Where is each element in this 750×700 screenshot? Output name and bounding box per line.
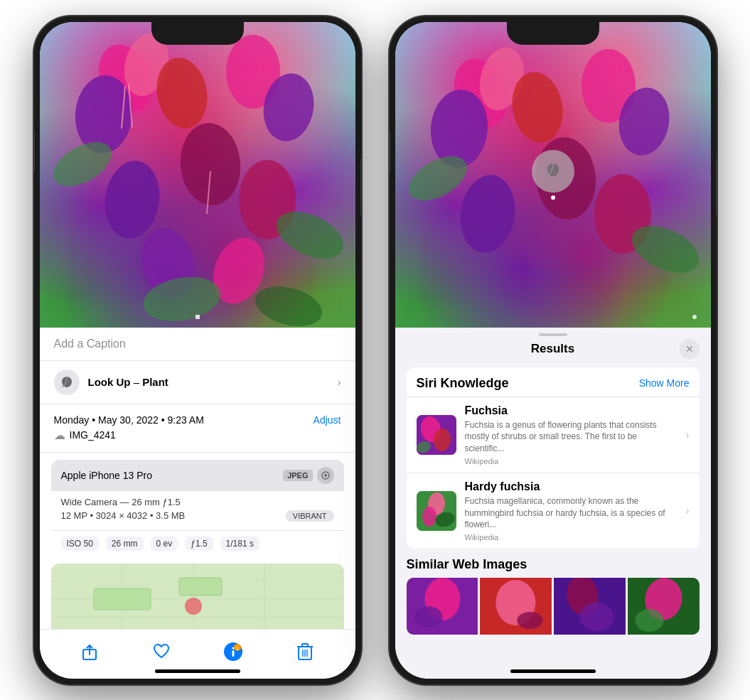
knowledge-desc-fuchsia: Fuchsia is a genus of flowering plants t… (465, 419, 677, 455)
meta-section: Monday • May 30, 2022 • 9:23 AM Adjust ☁… (40, 404, 355, 453)
photo-area-right[interactable] (395, 22, 711, 328)
map-grid (51, 564, 344, 629)
lookup-icon-circle (54, 370, 80, 395)
trash-button[interactable] (289, 638, 321, 669)
lookup-label: Look Up – Plant (88, 376, 168, 388)
leaf-icon (60, 375, 74, 389)
sim-img-2-thumb (480, 578, 552, 635)
svg-point-64 (414, 606, 442, 628)
knowledge-chevron-fuchsia: › (685, 429, 689, 441)
camera-spec-row: Wide Camera — 26 mm ƒ1.5 (61, 497, 334, 507)
left-phone-inner: Add a Caption Look Up – Plant › (40, 22, 355, 679)
svg-point-17 (250, 279, 326, 328)
hardy-thumbnail (417, 491, 456, 531)
jpeg-badge: JPEG (283, 470, 312, 481)
notch-left (151, 22, 244, 45)
lookup-sublabel: Plant (142, 376, 168, 388)
close-button[interactable]: ✕ (680, 339, 700, 359)
caption-area[interactable]: Add a Caption (40, 328, 355, 361)
svg-rect-34 (232, 650, 235, 657)
mp-spec: 12 MP • 3024 × 4032 • 3.5 MB (61, 510, 186, 521)
notch-right (507, 22, 599, 45)
similar-images-row (407, 578, 700, 635)
svg-point-19 (324, 474, 327, 477)
caption-placeholder[interactable]: Add a Caption (54, 338, 126, 350)
svg-rect-39 (302, 644, 308, 647)
left-phone: Add a Caption Look Up – Plant › (34, 16, 361, 684)
lookup-bold: Look Up (88, 376, 131, 388)
lookup-row[interactable]: Look Up – Plant › (40, 361, 355, 404)
shutter-value: 1/181 s (220, 537, 259, 551)
device-badges: JPEG (283, 467, 333, 484)
svg-point-70 (579, 603, 614, 631)
vibrant-badge: VIBRANT (286, 510, 334, 522)
knowledge-thumb-fuchsia (417, 415, 456, 455)
svg-rect-27 (94, 588, 151, 610)
siri-header: Siri Knowledge Show More (407, 367, 700, 397)
visual-search-icon (542, 161, 564, 182)
right-phone: Results ✕ Siri Knowledge Show More (390, 16, 717, 684)
results-title: Results (531, 342, 574, 356)
knowledge-source-fuchsia: Wikipedia (465, 457, 677, 465)
results-header: Results ✕ (395, 339, 711, 363)
sim-img-1-thumb (407, 578, 478, 635)
share-icon (80, 642, 99, 665)
svg-point-50 (455, 171, 520, 257)
visual-search-button[interactable] (532, 150, 574, 193)
page-indicator-right (692, 315, 697, 319)
results-panel: Results ✕ Siri Knowledge Show More (395, 328, 711, 679)
photo-area-left[interactable] (40, 22, 355, 328)
show-more-button[interactable]: Show More (639, 377, 690, 389)
right-phone-inner: Results ✕ Siri Knowledge Show More (395, 22, 711, 679)
similar-image-1[interactable] (407, 578, 478, 635)
iso-value: ISO 50 (61, 537, 99, 551)
siri-knowledge-section: Siri Knowledge Show More (407, 367, 700, 549)
knowledge-desc-hardy: Fuchsia magellanica, commonly known as t… (465, 495, 677, 531)
knowledge-name-hardy: Hardy fuchsia (465, 480, 677, 493)
filename-text: IMG_4241 (70, 429, 116, 441)
svg-point-67 (518, 612, 543, 629)
main-container: Add a Caption Look Up – Plant › (0, 0, 750, 700)
left-phone-screen: Add a Caption Look Up – Plant › (40, 22, 355, 679)
sim-img-4-thumb (628, 578, 700, 635)
map-area[interactable] (51, 564, 344, 629)
info-button[interactable]: i (218, 638, 249, 669)
similar-image-3[interactable] (554, 578, 626, 635)
iso-row: ISO 50 26 mm 0 ev ƒ1.5 1/181 s (51, 530, 344, 556)
camera-spec: Wide Camera — 26 mm ƒ1.5 (61, 497, 181, 507)
knowledge-thumb-hardy (417, 491, 456, 531)
ev-value: 0 ev (151, 537, 178, 551)
home-bar-right (510, 669, 596, 673)
flower-overlay-left (40, 22, 355, 328)
similar-section: Similar Web Images (407, 557, 700, 635)
home-bar (155, 669, 240, 673)
fuchsia-thumbnail (417, 415, 456, 455)
location-dot-icon (321, 470, 331, 480)
knowledge-name-fuchsia: Fuchsia (465, 404, 677, 417)
siri-knowledge-title: Siri Knowledge (417, 376, 509, 391)
svg-text:i: i (237, 645, 238, 652)
close-icon: ✕ (685, 343, 694, 355)
aperture-value: ƒ1.5 (185, 537, 213, 551)
right-phone-screen: Results ✕ Siri Knowledge Show More (395, 22, 711, 679)
knowledge-item-hardy[interactable]: Hardy fuchsia Fuchsia magellanica, commo… (407, 473, 700, 549)
knowledge-item-fuchsia[interactable]: Fuchsia Fuchsia is a genus of flowering … (407, 397, 700, 473)
heart-button[interactable] (146, 638, 177, 669)
info-panel: Look Up – Plant › Monday • May 30, 2022 … (40, 361, 355, 629)
svg-point-60 (422, 507, 436, 527)
results-handle[interactable] (539, 333, 567, 336)
svg-point-29 (185, 598, 202, 615)
similar-image-4[interactable] (628, 578, 700, 635)
focal-value: 26 mm (106, 537, 144, 551)
cloud-icon: ☁ (54, 429, 65, 442)
page-indicator (195, 315, 200, 319)
svg-point-7 (100, 157, 164, 242)
location-icon (317, 467, 334, 484)
info-icon: i (223, 642, 243, 666)
knowledge-info-hardy: Hardy fuchsia Fuchsia magellanica, commo… (465, 480, 677, 542)
svg-point-73 (635, 609, 663, 632)
adjust-button[interactable]: Adjust (314, 414, 341, 426)
trash-icon (296, 642, 314, 665)
share-button[interactable] (74, 638, 105, 669)
similar-image-2[interactable] (480, 578, 552, 635)
